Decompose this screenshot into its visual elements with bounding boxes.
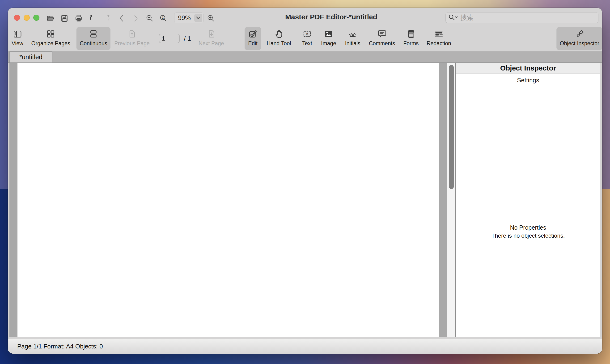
comments-button[interactable]: Comments bbox=[365, 27, 398, 50]
window-title: Master PDF Editor-*untitled bbox=[285, 13, 377, 21]
image-icon bbox=[324, 29, 333, 39]
status-text: Page 1/1 Format: A4 Objects: 0 bbox=[17, 343, 103, 350]
main-toolbar: View Organize Pages Continuous bbox=[8, 26, 602, 52]
paintbrush-icon bbox=[575, 29, 584, 39]
organize-pages-button[interactable]: Organize Pages bbox=[28, 27, 74, 50]
document-tabbar: *untitled bbox=[8, 52, 602, 63]
redaction-lines-icon bbox=[434, 29, 444, 39]
panel-title: Object Inspector bbox=[456, 63, 600, 74]
continuous-button-label: Continuous bbox=[80, 40, 107, 47]
page-number-input[interactable] bbox=[159, 34, 180, 43]
previous-page-button-label: Previous Page bbox=[114, 40, 150, 47]
view-button[interactable]: View bbox=[8, 27, 27, 50]
folder-open-icon bbox=[46, 14, 55, 23]
previous-view-button[interactable] bbox=[117, 14, 126, 23]
hand-tool-button[interactable]: Hand Tool bbox=[263, 27, 294, 50]
chevron-left-icon bbox=[117, 14, 126, 23]
previous-page-button[interactable]: Previous Page bbox=[111, 27, 153, 50]
tab-label: *untitled bbox=[19, 53, 42, 61]
next-view-button[interactable] bbox=[131, 14, 140, 23]
continuous-pages-icon bbox=[88, 29, 98, 39]
redaction-button[interactable]: Redaction bbox=[423, 27, 455, 50]
zoom-level-value: 99% bbox=[174, 14, 194, 22]
search-field[interactable] bbox=[445, 12, 598, 23]
titlebar: 1 99% Master PDF Editor-*untitled bbox=[8, 8, 602, 26]
svg-text:A: A bbox=[306, 32, 308, 36]
save-button[interactable] bbox=[60, 14, 69, 23]
tab-untitled[interactable]: *untitled bbox=[9, 52, 52, 63]
edit-button[interactable]: A Edit bbox=[245, 27, 261, 50]
forms-button-label: Forms bbox=[403, 40, 418, 47]
hand-icon bbox=[274, 29, 284, 39]
status-bar: Page 1/1 Format: A4 Objects: 0 bbox=[8, 339, 602, 354]
save-icon bbox=[60, 14, 69, 23]
next-page-button[interactable]: Next Page bbox=[195, 27, 227, 50]
print-icon bbox=[74, 14, 83, 23]
forms-button[interactable]: Forms bbox=[400, 27, 422, 50]
document-view bbox=[9, 63, 455, 337]
continuous-button[interactable]: Continuous bbox=[76, 27, 111, 50]
page-down-icon bbox=[206, 29, 216, 39]
panel-empty-state: No Properties There is no object selecti… bbox=[456, 223, 600, 240]
chevron-down-icon bbox=[194, 14, 202, 22]
grid-pages-icon bbox=[46, 29, 56, 39]
edit-button-label: Edit bbox=[248, 40, 258, 47]
content-area: Object Inspector Settings No Properties … bbox=[8, 63, 602, 339]
empty-state-message: There is no object selections. bbox=[456, 232, 600, 240]
comment-bubble-icon bbox=[377, 29, 387, 39]
comments-button-label: Comments bbox=[369, 40, 395, 47]
redo-icon bbox=[103, 14, 111, 23]
zoom-out-button[interactable] bbox=[145, 14, 154, 23]
minimize-button[interactable] bbox=[24, 15, 30, 21]
zoom-level-select[interactable]: 99% bbox=[174, 13, 204, 23]
svg-text:A: A bbox=[250, 33, 252, 37]
text-tool-button-label: Text bbox=[302, 40, 312, 47]
panel-tab-settings[interactable]: Settings bbox=[456, 77, 600, 84]
image-tool-button-label: Image bbox=[321, 40, 336, 47]
zoom-actual-size-icon: 1 bbox=[159, 14, 168, 23]
close-button[interactable] bbox=[14, 15, 20, 21]
view-button-label: View bbox=[12, 40, 23, 47]
object-inspector-panel: Object Inspector Settings No Properties … bbox=[456, 63, 600, 337]
svg-text:1: 1 bbox=[162, 16, 164, 19]
open-file-button[interactable] bbox=[46, 14, 55, 23]
page-total-label: / 1 bbox=[184, 35, 191, 42]
next-page-button-label: Next Page bbox=[198, 40, 224, 47]
edit-document-icon: A bbox=[248, 29, 258, 39]
initials-button-label: Initials bbox=[345, 40, 360, 47]
page-up-icon bbox=[127, 29, 137, 39]
organize-pages-button-label: Organize Pages bbox=[31, 40, 70, 47]
vertical-scrollbar[interactable] bbox=[447, 63, 455, 337]
print-button[interactable] bbox=[74, 14, 83, 23]
signature-icon bbox=[348, 29, 358, 39]
undo-button[interactable] bbox=[88, 14, 97, 23]
zoom-out-icon bbox=[145, 14, 154, 23]
image-tool-button[interactable]: Image bbox=[318, 27, 339, 50]
search-input[interactable] bbox=[460, 14, 595, 22]
object-inspector-button[interactable]: Object Inspector bbox=[556, 27, 602, 50]
zoom-window-button[interactable] bbox=[33, 15, 40, 21]
zoom-in-button[interactable] bbox=[207, 14, 215, 23]
zoom-in-icon bbox=[207, 14, 215, 23]
sidebar-view-icon bbox=[13, 29, 22, 39]
text-box-icon: A bbox=[302, 29, 312, 39]
text-tool-button[interactable]: A Text bbox=[299, 27, 315, 50]
undo-icon bbox=[88, 14, 97, 23]
redo-button[interactable] bbox=[103, 14, 111, 23]
chevron-right-icon bbox=[131, 14, 140, 23]
app-window: 1 99% Master PDF Editor-*untitled bbox=[8, 8, 602, 354]
search-icon bbox=[448, 14, 458, 21]
form-keypad-icon bbox=[406, 29, 416, 39]
redaction-button-label: Redaction bbox=[427, 40, 451, 47]
zoom-100-button[interactable]: 1 bbox=[159, 14, 168, 23]
empty-state-title: No Properties bbox=[456, 223, 600, 232]
scrollbar-thumb[interactable] bbox=[449, 65, 454, 189]
document-page[interactable] bbox=[17, 63, 439, 337]
initials-button[interactable]: Initials bbox=[342, 27, 363, 50]
object-inspector-button-label: Object Inspector bbox=[560, 40, 599, 47]
hand-tool-button-label: Hand Tool bbox=[266, 40, 291, 47]
